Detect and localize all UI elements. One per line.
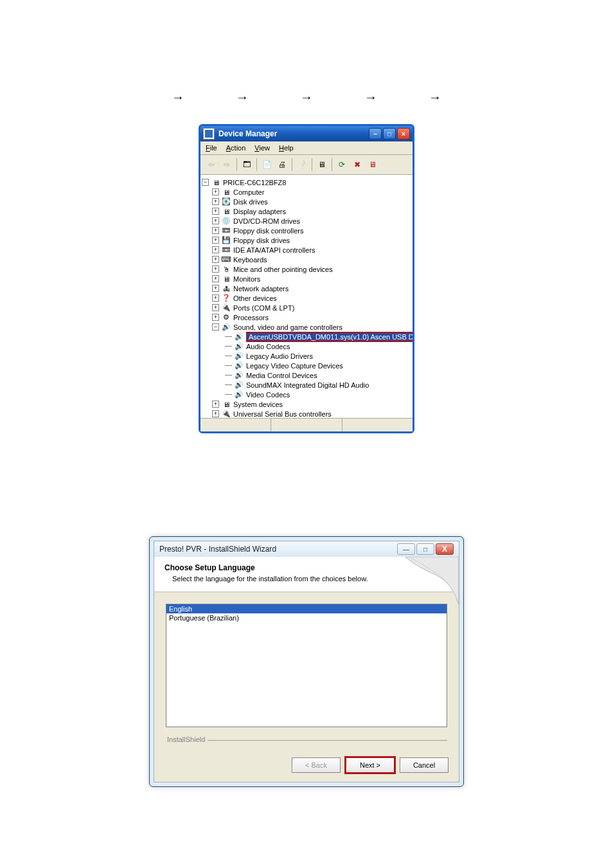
uninstall-icon[interactable]: 🖥	[366, 158, 380, 172]
sound-device-icon: 🔊	[235, 352, 244, 361]
language-option[interactable]: Portuguese (Brazilian)	[166, 613, 447, 622]
arrow-icon: →	[429, 90, 441, 105]
close-button[interactable]: X	[436, 543, 454, 555]
category-icon: 💽	[222, 197, 231, 206]
tree-device[interactable]: 🔊Legacy Audio Drivers	[202, 351, 411, 361]
install-shield-frame: InstallShield	[166, 740, 447, 748]
tree-category[interactable]: +📼Floppy disk controllers	[202, 226, 411, 235]
device-tree[interactable]: − 🖥 PRICE-C6C12BFZ8 +🖥Computer+💽Disk dri…	[200, 175, 413, 418]
tree-device-label: Audio Codecs	[246, 343, 290, 350]
menu-view[interactable]: View	[254, 144, 270, 152]
expand-icon[interactable]: +	[212, 314, 219, 321]
category-icon: 🖥	[222, 400, 231, 409]
tree-category[interactable]: +🖱Mice and other pointing devices	[202, 264, 411, 274]
expand-icon[interactable]: +	[212, 246, 219, 253]
tree-category[interactable]: +⌨Keyboards	[202, 255, 411, 264]
maximize-button[interactable]: □	[416, 543, 434, 555]
tree-category[interactable]: +🖥Computer	[202, 187, 411, 197]
wizard-button-row: < Back Next > Cancel	[154, 755, 459, 782]
menu-help[interactable]: Help	[279, 144, 294, 152]
collapse-icon[interactable]: −	[212, 323, 219, 330]
expand-icon[interactable]: +	[212, 237, 219, 244]
expand-icon[interactable]: +	[212, 266, 219, 273]
toolbar: ⇦ ⇨ 🗔 📄 🖨 ❔ 🖥 ⟳ ✖ 🖥	[200, 155, 413, 175]
expand-icon[interactable]: +	[212, 188, 219, 195]
tree-category-label: Floppy disk drives	[233, 237, 290, 244]
print-icon[interactable]: 🖨	[275, 158, 289, 172]
tree-device[interactable]: 🔊Video Codecs	[202, 390, 411, 399]
language-list[interactable]: EnglishPortuguese (Brazilian)	[166, 604, 447, 727]
help-icon[interactable]: ❔	[295, 158, 309, 172]
tree-category[interactable]: +⚙Processors	[202, 312, 411, 322]
category-icon: 📼	[222, 226, 231, 235]
cancel-button[interactable]: Cancel	[400, 757, 449, 773]
wizard-body: EnglishPortuguese (Brazilian) InstallShi…	[154, 592, 459, 755]
tree-category[interactable]: +🖧Network adapters	[202, 284, 411, 293]
tree-category[interactable]: − 🔊 Sound, video and game controllers	[202, 322, 411, 332]
collapse-icon[interactable]: −	[202, 179, 209, 186]
tree-category[interactable]: +💿DVD/CD-ROM drives	[202, 216, 411, 226]
expand-icon[interactable]: +	[212, 217, 219, 224]
window-titlebar[interactable]: Device Manager – □ ×	[200, 126, 413, 141]
forward-icon[interactable]: ⇨	[220, 158, 234, 172]
tree-connector	[225, 365, 232, 366]
tree-category-label: Universal Serial Bus controllers	[233, 410, 332, 418]
menu-action[interactable]: Action	[226, 144, 246, 152]
maximize-button[interactable]: □	[383, 128, 396, 140]
tree-device-label: AscenUSBDTVBDA_DM011.sys(v1.0) Ascen USB…	[246, 332, 413, 342]
status-bar	[200, 418, 413, 431]
tree-category[interactable]: +🖥Monitors	[202, 274, 411, 284]
category-icon: 🔌	[222, 303, 231, 312]
tree-device[interactable]: 🔊Media Control Devices	[202, 370, 411, 380]
expand-icon[interactable]: +	[212, 285, 219, 292]
window-title: Presto! PVR - InstallShield Wizard	[159, 545, 276, 554]
expand-icon[interactable]: +	[212, 227, 219, 234]
properties-icon[interactable]: 📄	[260, 158, 274, 172]
scan-icon[interactable]: 🖥	[315, 158, 329, 172]
tree-device[interactable]: 🔊Legacy Video Capture Devices	[202, 361, 411, 370]
tree-category[interactable]: +🔌Ports (COM & LPT)	[202, 303, 411, 312]
minimize-button[interactable]: —	[397, 543, 415, 555]
expand-icon[interactable]: +	[212, 401, 219, 408]
disable-icon[interactable]: ✖	[350, 158, 364, 172]
tree-category-label: Mice and other pointing devices	[233, 266, 333, 273]
category-icon: 📼	[222, 246, 231, 255]
language-option[interactable]: English	[166, 604, 447, 613]
tree-category[interactable]: +💾Floppy disk drives	[202, 235, 411, 245]
close-button[interactable]: ×	[397, 128, 410, 140]
tree-device[interactable]: 🔊Audio Codecs	[202, 341, 411, 351]
expand-icon[interactable]: +	[212, 294, 219, 302]
tree-category[interactable]: +🖥System devices	[202, 399, 411, 409]
tree-device[interactable]: 🔊AscenUSBDTVBDA_DM011.sys(v1.0) Ascen US…	[202, 332, 411, 341]
expand-icon[interactable]: +	[212, 208, 219, 215]
expand-icon[interactable]: +	[212, 198, 219, 205]
tree-category-label: DVD/CD-ROM drives	[233, 217, 300, 225]
tree-category[interactable]: +📼IDE ATA/ATAPI controllers	[202, 245, 411, 255]
tree-device[interactable]: 🔊SoundMAX Integrated Digital HD Audio	[202, 380, 411, 390]
menu-file[interactable]: File	[206, 144, 217, 152]
expand-icon[interactable]: +	[212, 410, 219, 417]
sound-device-icon: 🔊	[235, 371, 244, 380]
category-icon: 🖧	[222, 284, 231, 293]
next-button[interactable]: Next >	[346, 757, 395, 773]
category-icon: 🖱	[222, 265, 231, 274]
window-titlebar[interactable]: Presto! PVR - InstallShield Wizard — □ X	[154, 541, 459, 557]
tree-category[interactable]: +💽Disk drives	[202, 197, 411, 206]
tree-category[interactable]: +❓Other devices	[202, 293, 411, 303]
menu-bar[interactable]: File Action View Help	[200, 141, 413, 155]
tree-category[interactable]: +🔌Universal Serial Bus controllers	[202, 409, 411, 418]
toolbar-icon[interactable]: 🗔	[240, 158, 254, 172]
sound-icon: 🔊	[222, 323, 231, 332]
arrow-icon: →	[236, 90, 249, 105]
expand-icon[interactable]: +	[212, 275, 219, 282]
tree-root[interactable]: − 🖥 PRICE-C6C12BFZ8	[202, 177, 411, 187]
minimize-button[interactable]: –	[369, 128, 382, 140]
expand-icon[interactable]: +	[212, 304, 219, 311]
update-icon[interactable]: ⟳	[335, 158, 349, 172]
back-icon[interactable]: ⇦	[204, 158, 218, 172]
category-icon: 🖥	[222, 188, 231, 197]
tree-category[interactable]: +🖥Display adapters	[202, 206, 411, 216]
arrow-icon: →	[172, 90, 184, 105]
expand-icon[interactable]: +	[212, 256, 219, 263]
category-icon: 💾	[222, 236, 231, 245]
